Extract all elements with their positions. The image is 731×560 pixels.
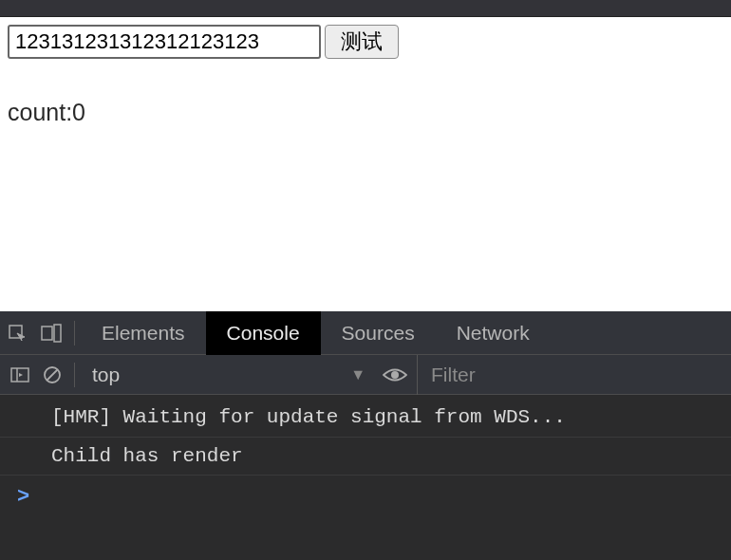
console-prompt[interactable]: >	[0, 476, 731, 518]
test-button[interactable]: 测试	[325, 25, 399, 59]
tab-elements[interactable]: Elements	[81, 311, 206, 355]
divider	[74, 321, 75, 345]
context-dropdown[interactable]: top ▼	[81, 355, 373, 395]
svg-line-6	[47, 369, 58, 380]
inspect-icon[interactable]	[0, 311, 34, 355]
chevron-down-icon: ▼	[350, 366, 366, 383]
count-label: count:	[8, 99, 72, 125]
svg-point-7	[391, 371, 399, 379]
svg-rect-2	[54, 325, 61, 342]
tab-network[interactable]: Network	[436, 311, 551, 355]
divider	[74, 363, 75, 387]
input-row: 测试	[8, 25, 723, 59]
console-filter-row: top ▼	[0, 355, 731, 395]
live-expression-icon[interactable]	[373, 366, 417, 383]
log-line: Child has render	[0, 438, 731, 476]
clear-icon[interactable]	[36, 355, 68, 395]
svg-rect-1	[42, 327, 52, 340]
context-label: top	[92, 364, 120, 386]
browser-top-bar	[0, 0, 731, 17]
devtools-tabs-row: Elements Console Sources Network	[0, 311, 731, 355]
filter-input[interactable]	[417, 355, 727, 395]
count-display: count:0	[8, 99, 723, 126]
console-output: [HMR] Waiting for update signal from WDS…	[0, 395, 731, 522]
device-toggle-icon[interactable]	[34, 311, 68, 355]
app-content: 测试 count:0	[0, 17, 731, 134]
devtools-panel: Elements Console Sources Network top ▼ […	[0, 311, 731, 560]
text-input[interactable]	[8, 25, 321, 59]
tab-console[interactable]: Console	[206, 311, 321, 355]
log-line: [HMR] Waiting for update signal from WDS…	[0, 399, 731, 438]
count-value: 0	[72, 99, 85, 125]
sidebar-toggle-icon[interactable]	[4, 355, 36, 395]
tab-sources[interactable]: Sources	[321, 311, 436, 355]
